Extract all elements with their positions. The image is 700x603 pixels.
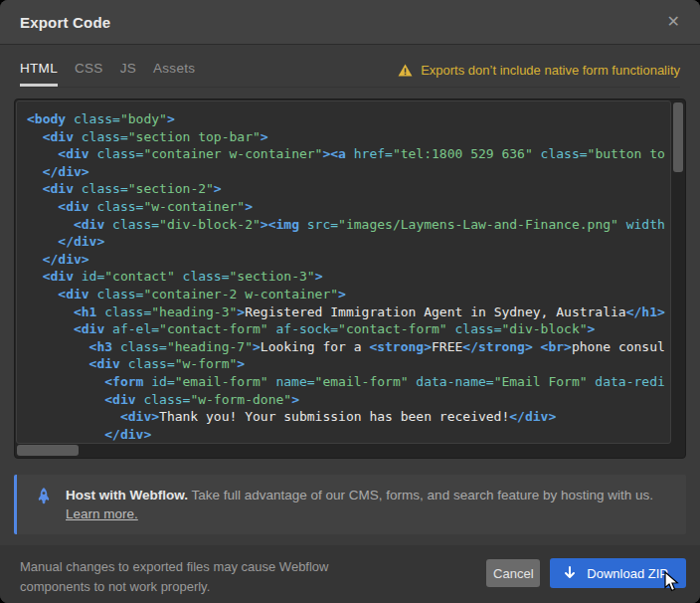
warning-triangle-icon bbox=[398, 64, 413, 77]
tab-assets[interactable]: Assets bbox=[153, 61, 195, 87]
dialog-title: Export Code bbox=[20, 14, 110, 31]
code-line: <div class="w-form"> bbox=[27, 355, 670, 373]
tab-js[interactable]: JS bbox=[120, 61, 136, 87]
warning-text: Exports don’t include native form functi… bbox=[421, 63, 680, 78]
footer-buttons: Cancel Download ZIP bbox=[486, 557, 686, 588]
tab-list: HTML CSS JS Assets bbox=[20, 61, 195, 87]
cancel-button-label: Cancel bbox=[493, 566, 533, 581]
banner-text: Host with Webflow. Take full advantage o… bbox=[66, 486, 653, 523]
tab-js-label: JS bbox=[120, 61, 136, 76]
vertical-scrollbar[interactable] bbox=[672, 101, 684, 443]
tab-assets-label: Assets bbox=[153, 61, 195, 76]
footer-note: Manual changes to exported files may cau… bbox=[20, 557, 368, 597]
banner-body-text: Take full advantage of our CMS, forms, a… bbox=[188, 488, 653, 502]
tab-html[interactable]: HTML bbox=[20, 61, 58, 87]
tab-css[interactable]: CSS bbox=[75, 61, 103, 87]
code-line: </div> bbox=[27, 426, 670, 444]
code-line: <body class="body"> bbox=[27, 110, 670, 128]
code-line: <div class="section top-bar"> bbox=[27, 128, 670, 146]
learn-more-link[interactable]: Learn more. bbox=[66, 504, 138, 523]
cancel-button[interactable]: Cancel bbox=[486, 559, 540, 587]
code-line: <form id="email-form" name="email-form" … bbox=[27, 373, 670, 391]
code-line: <div>Thank you! Your submission has been… bbox=[27, 408, 670, 426]
code-editor[interactable]: <body class="body"> <div class="section … bbox=[14, 99, 686, 459]
horizontal-scrollbar[interactable] bbox=[16, 444, 671, 457]
download-arrow-icon bbox=[564, 566, 576, 580]
code-line: </div> bbox=[27, 163, 670, 181]
mouse-pointer-icon bbox=[664, 571, 681, 598]
code-line: <div class="container-2 w-container"> bbox=[27, 286, 670, 303]
dialog-header: Export Code ✕ bbox=[0, 0, 700, 45]
code-line: </div> bbox=[27, 251, 670, 269]
form-warning: Exports don’t include native form functi… bbox=[398, 61, 680, 78]
tab-bar: HTML CSS JS Assets Exports don’t include… bbox=[20, 61, 680, 88]
download-button-label: Download ZIP bbox=[587, 566, 668, 581]
tab-html-label: HTML bbox=[20, 61, 58, 76]
banner-bold-text: Host with Webflow. bbox=[66, 488, 188, 502]
code-line: <div class="w-form-done"> bbox=[27, 391, 670, 409]
code-line: <div class="div-block-2"><img src="image… bbox=[27, 216, 670, 234]
code-line: </div> bbox=[27, 233, 670, 251]
code-line: <div class="container w-container"><a hr… bbox=[27, 145, 670, 163]
tab-css-label: CSS bbox=[75, 61, 103, 76]
host-with-webflow-banner: Host with Webflow. Take full advantage o… bbox=[14, 475, 686, 534]
rocket-icon bbox=[36, 486, 52, 504]
close-icon[interactable]: ✕ bbox=[667, 14, 680, 30]
horizontal-scrollbar-thumb[interactable] bbox=[17, 445, 79, 456]
code-line: <div class="section-2"> bbox=[27, 180, 670, 198]
export-code-dialog: Export Code ✕ HTML CSS JS Assets Exports… bbox=[0, 0, 700, 603]
code-line: <h3 class="heading-7">Looking for a <str… bbox=[27, 338, 670, 356]
code-line: <div af-el="contact-form" af-sock="conta… bbox=[27, 320, 670, 338]
code-line: <div id="contact" class="section-3"> bbox=[27, 268, 670, 286]
code-line: <div class="w-container"> bbox=[27, 198, 670, 216]
code-line: <h1 class="heading-3">Registered Immigra… bbox=[27, 303, 670, 321]
dialog-footer: Manual changes to exported files may cau… bbox=[0, 545, 700, 603]
vertical-scrollbar-thumb[interactable] bbox=[673, 102, 683, 172]
code-content[interactable]: <body class="body"> <div class="section … bbox=[16, 100, 671, 444]
